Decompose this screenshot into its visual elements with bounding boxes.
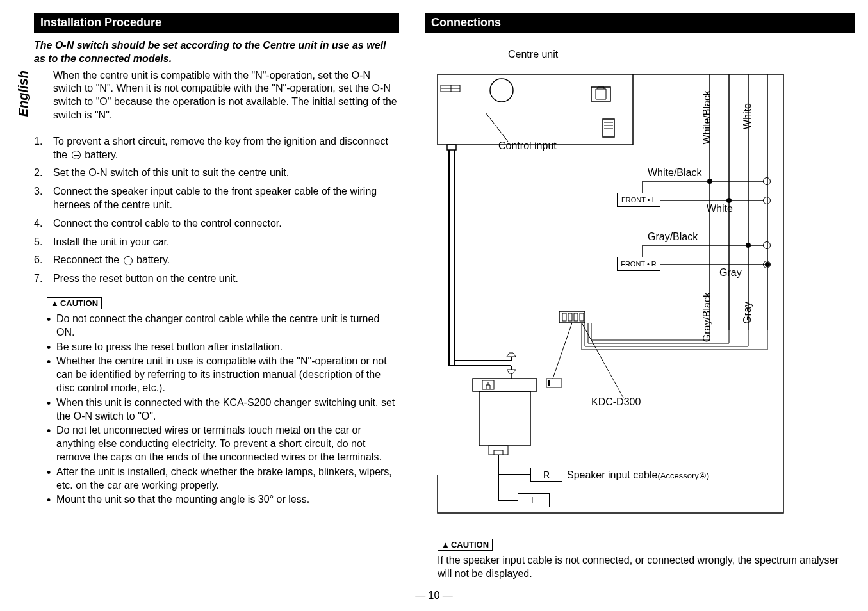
- r-box: R: [530, 468, 562, 482]
- step-item: Press the reset button on the centre uni…: [34, 272, 399, 286]
- caution-item: After the unit is installed, check wheth…: [47, 466, 399, 493]
- warning-triangle-icon: ▲: [441, 540, 450, 550]
- svg-line-34: [553, 323, 572, 379]
- svg-rect-30: [562, 313, 566, 321]
- wire-junction-dot: [746, 243, 751, 248]
- left-column: Installation Procedure The O-N switch sh…: [34, 13, 399, 598]
- caution-label: CAUTION: [451, 540, 489, 550]
- svg-line-10: [486, 113, 508, 142]
- svg-rect-17: [479, 391, 530, 446]
- gray-h-label: Gray: [719, 267, 742, 279]
- white-h-label: White: [707, 203, 733, 215]
- caution-item: Mount the unit so that the mounting angl…: [47, 493, 399, 507]
- svg-rect-31: [568, 313, 572, 321]
- step-item: Reconnect the battery.: [34, 254, 399, 267]
- wire-terminal-circle: [763, 261, 771, 268]
- step-item: Set the O-N switch of this unit to suit …: [34, 167, 399, 180]
- page-number: — 10 —: [415, 590, 453, 601]
- caution-item: Be sure to press the reset button after …: [47, 341, 399, 354]
- caution-item: When this unit is connected with the KCA…: [47, 396, 399, 423]
- centre-unit-label: Centre unit: [508, 49, 558, 60]
- right-caution-section: ▲CAUTION If the speaker input cable is n…: [425, 532, 855, 581]
- gray-vert-label: Gray: [742, 302, 753, 324]
- steps-list: To prevent a short circuit, remove the k…: [34, 135, 399, 286]
- right-caution-text: If the speaker input cable is not connec…: [438, 554, 855, 581]
- wire-terminal-circle: [763, 197, 771, 204]
- caution-item: Do not connect the changer control cable…: [47, 313, 399, 339]
- intro-desc: When the centre unit is compatible with …: [53, 69, 399, 122]
- control-input-label: Control input: [498, 140, 557, 152]
- connections-header: Connections: [425, 13, 855, 33]
- wiring-diagram: Centre unit Control input White/Black Wh…: [425, 39, 855, 526]
- language-tab: English: [13, 64, 34, 123]
- svg-rect-6: [603, 119, 614, 137]
- gray-black-h-label: Gray/Black: [648, 231, 698, 243]
- caution-item: Whether the centre unit in use is compat…: [47, 355, 399, 395]
- white-black-h-label: White/Black: [648, 167, 701, 179]
- caution-label: CAUTION: [60, 298, 98, 308]
- front-l-box: FRONT • L: [617, 193, 660, 207]
- step-item: Install the unit in your car.: [34, 236, 399, 249]
- svg-rect-32: [574, 313, 578, 321]
- svg-rect-20: [548, 380, 550, 386]
- kdc-label: KDC-D300: [591, 396, 641, 408]
- caution-list: Do not connect the changer control cable…: [47, 313, 399, 507]
- speaker-cable-label: Speaker input cable(Accessory④): [567, 469, 709, 481]
- step-item: Connect the control cable to the control…: [34, 217, 399, 231]
- right-column: Connections: [425, 13, 855, 598]
- caution-item: Do not let unconnected wires or terminal…: [47, 424, 399, 464]
- caution-box: ▲CAUTION: [438, 539, 493, 551]
- battery-minus-icon: [124, 256, 133, 265]
- wire-terminal-circle: [763, 177, 771, 185]
- wire-terminal-circle: [763, 241, 771, 249]
- battery-minus-icon: [72, 151, 81, 159]
- svg-rect-11: [447, 145, 456, 150]
- svg-rect-0: [438, 74, 633, 145]
- svg-point-4: [490, 79, 513, 102]
- front-r-box: FRONT • R: [617, 257, 660, 271]
- wire-junction-dot: [707, 179, 712, 184]
- gray-black-vert-label: Gray/Black: [701, 292, 713, 342]
- warning-triangle-icon: ▲: [51, 298, 59, 308]
- step-item: Connect the speaker input cable to the f…: [34, 185, 399, 212]
- svg-rect-33: [580, 313, 584, 321]
- white-black-vert-label: White/Black: [701, 90, 713, 144]
- white-vert-label: White: [742, 103, 753, 129]
- installation-header: Installation Procedure: [34, 13, 399, 33]
- wire-junction-dot: [726, 198, 732, 203]
- intro-bold: The O-N switch should be set according t…: [34, 39, 399, 66]
- step-item: To prevent a short circuit, remove the k…: [34, 135, 399, 162]
- caution-box: ▲CAUTION: [47, 297, 102, 309]
- l-box: L: [518, 493, 550, 507]
